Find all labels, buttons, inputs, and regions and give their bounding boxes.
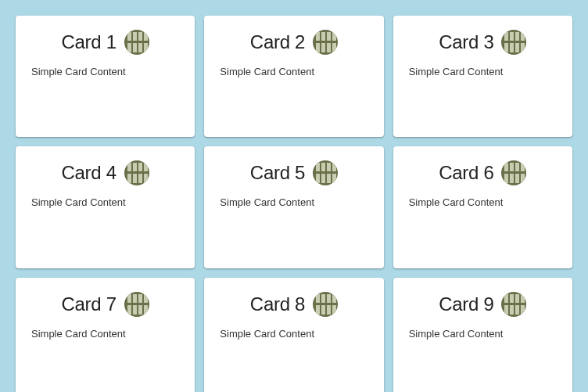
card[interactable]: Card 2 Simple Card Content <box>204 16 383 137</box>
card[interactable]: Card 5 Simple Card Content <box>204 146 383 268</box>
svg-rect-53 <box>501 303 526 305</box>
card-header: Card 5 <box>220 160 368 185</box>
card[interactable]: Card 7 Simple Card Content <box>16 278 195 392</box>
card[interactable]: Card 1 Simple Card Content <box>16 16 195 137</box>
window-pane-icon <box>313 160 338 185</box>
card[interactable]: Card 8 Simple Card Content <box>204 278 383 392</box>
card-content: Simple Card Content <box>220 196 368 208</box>
card-title: Card 5 <box>250 162 305 184</box>
card-header: Card 1 <box>31 30 179 55</box>
window-pane-icon <box>124 160 149 185</box>
window-pane-icon <box>313 292 338 317</box>
window-pane-icon <box>501 30 526 55</box>
svg-rect-5 <box>124 41 149 43</box>
card-content: Simple Card Content <box>220 66 368 77</box>
card-title: Card 7 <box>62 293 117 315</box>
card-title: Card 2 <box>250 31 305 53</box>
card-title: Card 3 <box>439 31 493 53</box>
card-header: Card 7 <box>31 292 179 317</box>
svg-rect-17 <box>501 41 526 43</box>
card-header: Card 4 <box>31 160 179 185</box>
card-header: Card 9 <box>409 292 557 317</box>
card-content: Simple Card Content <box>31 328 179 340</box>
card-grid: Card 1 Simple Card Content Card 2 Simple… <box>0 0 588 392</box>
card-content: Simple Card Content <box>409 328 557 340</box>
card-content: Simple Card Content <box>409 66 557 77</box>
window-pane-icon <box>313 30 338 55</box>
card-content: Simple Card Content <box>31 66 179 77</box>
svg-rect-23 <box>124 171 149 174</box>
svg-rect-47 <box>313 303 338 305</box>
window-pane-icon <box>501 160 526 185</box>
card[interactable]: Card 3 Simple Card Content <box>393 16 572 137</box>
svg-rect-29 <box>313 171 338 174</box>
card-header: Card 3 <box>409 30 557 55</box>
card-title: Card 6 <box>439 162 493 184</box>
card-content: Simple Card Content <box>409 196 557 208</box>
svg-rect-11 <box>313 41 338 43</box>
card-title: Card 1 <box>62 31 117 53</box>
svg-rect-41 <box>124 303 149 305</box>
card-content: Simple Card Content <box>31 196 179 208</box>
card[interactable]: Card 9 Simple Card Content <box>393 278 572 392</box>
card-title: Card 8 <box>250 293 305 315</box>
card-header: Card 2 <box>220 30 368 55</box>
card-header: Card 6 <box>409 160 557 185</box>
card-content: Simple Card Content <box>220 328 368 340</box>
card[interactable]: Card 6 Simple Card Content <box>393 146 572 268</box>
card[interactable]: Card 4 Simple Card Content <box>16 146 195 268</box>
window-pane-icon <box>501 292 526 317</box>
window-pane-icon <box>124 292 149 317</box>
card-title: Card 4 <box>62 162 117 184</box>
card-header: Card 8 <box>220 292 368 317</box>
window-pane-icon <box>124 30 149 55</box>
card-title: Card 9 <box>439 293 493 315</box>
svg-rect-35 <box>501 171 526 174</box>
